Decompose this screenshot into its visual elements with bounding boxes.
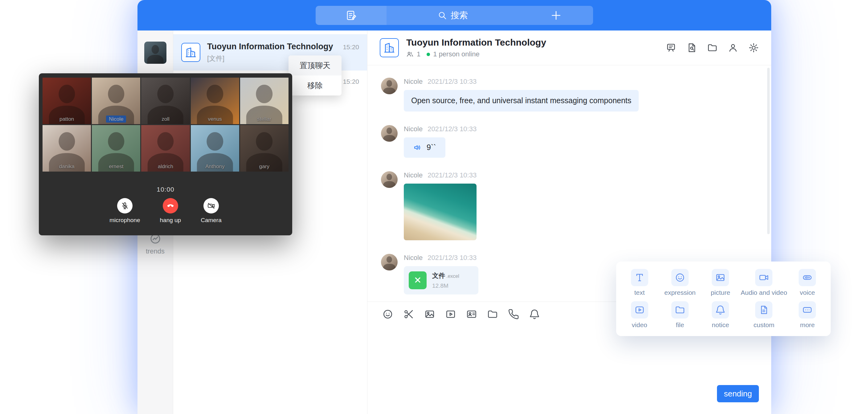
notice-bell-icon	[715, 305, 725, 315]
menu-item-pin-chat[interactable]: 置顶聊天	[288, 56, 342, 75]
feature-notice[interactable]: notice	[700, 299, 741, 331]
screenshot-icon[interactable]	[403, 309, 414, 320]
participant-name: zoll	[161, 116, 169, 122]
notification-icon[interactable]	[529, 309, 540, 320]
feature-label: notice	[712, 321, 729, 329]
search-input[interactable]: 搜索	[386, 6, 519, 25]
mic-off-icon	[121, 202, 129, 210]
participant-name: aldrich	[158, 164, 173, 169]
message-time: 2021/12/3 10:33	[428, 254, 476, 262]
participant-video: patton	[42, 77, 91, 124]
emoji-icon[interactable]	[382, 309, 393, 320]
card-icon[interactable]	[466, 309, 477, 320]
participant-video: aldrich	[141, 125, 190, 171]
trends-label: trends	[146, 247, 164, 255]
sender-name: Nicole	[404, 171, 423, 179]
voice-message-bubble[interactable]: 9``	[404, 137, 445, 158]
message-input[interactable]	[367, 325, 771, 414]
message-text: Nicole 2021/12/3 10:33 Open source, free…	[381, 77, 771, 112]
scrollbar[interactable]	[767, 68, 770, 234]
sender-avatar[interactable]	[381, 171, 398, 188]
add-button[interactable]	[519, 6, 593, 25]
message-time: 2021/12/3 10:33	[428, 171, 476, 179]
search-icon	[438, 11, 447, 20]
more-dots-icon	[802, 305, 812, 315]
doc-search-icon[interactable]	[686, 42, 697, 53]
feature-label: more	[800, 321, 815, 329]
context-menu: 置顶聊天 移除	[288, 56, 342, 95]
chat-title: Tuoyun Information Technology	[406, 37, 546, 48]
file-size: 12.8M	[432, 283, 459, 289]
plus-icon	[550, 9, 562, 21]
feature-file[interactable]: file	[660, 299, 700, 331]
desktop: 搜索 trends	[0, 0, 868, 414]
video-play-icon	[634, 305, 645, 315]
picture-icon	[715, 272, 725, 283]
announcement-icon[interactable]	[666, 42, 676, 53]
feature-expression[interactable]: expression	[660, 266, 700, 299]
user-avatar[interactable]	[144, 41, 166, 64]
members-icon	[406, 51, 414, 58]
beach-photo-message[interactable]	[404, 184, 476, 240]
file-message-card[interactable]: ✕ 文件.excel 12.8M	[404, 266, 478, 294]
member-icon[interactable]	[728, 42, 738, 53]
camera-off-icon	[207, 202, 215, 210]
sender-avatar[interactable]	[381, 125, 398, 142]
participant-name: patton	[60, 116, 74, 122]
participant-name: Nicole	[106, 116, 126, 123]
participant-video: zoll	[141, 77, 190, 124]
camera-toggle-button[interactable]	[204, 198, 219, 214]
menu-item-remove[interactable]: 移除	[288, 75, 342, 95]
call-icon[interactable]	[508, 309, 519, 320]
video-icon[interactable]	[445, 309, 456, 320]
feature-custom[interactable]: custom	[741, 299, 787, 331]
chat-header-actions	[666, 42, 759, 53]
sender-avatar[interactable]	[381, 77, 398, 94]
create-note-button[interactable]	[316, 6, 386, 25]
sidebar-item-trends[interactable]: trends	[137, 232, 173, 255]
chat-subtitle: 1 1 person online	[406, 50, 546, 58]
feature-voice[interactable]: voice	[787, 266, 828, 299]
hang-up-icon	[166, 202, 175, 210]
settings-icon[interactable]	[748, 42, 759, 53]
sender-name: Nicole	[404, 77, 423, 86]
feature-label: picture	[711, 289, 730, 296]
conversation-title: Tuoyun Information Technology	[207, 42, 333, 52]
excel-x-glyph: ✕	[414, 275, 421, 286]
send-button[interactable]: sending	[717, 385, 759, 402]
feature-text[interactable]: text	[619, 266, 660, 299]
message-time: 2021/12/3 10:33	[428, 77, 476, 86]
message-image: Nicole 2021/12/3 10:33	[381, 171, 771, 240]
participant-name: gary	[259, 164, 270, 169]
participant-name: venus	[208, 116, 222, 122]
feature-video[interactable]: video	[619, 299, 660, 331]
excel-file-icon: ✕	[409, 272, 427, 289]
folder-icon[interactable]	[707, 42, 718, 53]
text-icon	[634, 272, 645, 283]
building-icon	[383, 42, 395, 54]
custom-doc-icon	[758, 305, 769, 315]
audio-video-icon	[758, 272, 769, 283]
image-icon[interactable]	[424, 309, 435, 320]
microphone-toggle-button[interactable]	[117, 198, 132, 214]
file-ext: .excel	[446, 274, 459, 279]
file-icon[interactable]	[487, 309, 498, 320]
feature-label: text	[634, 289, 645, 296]
file-folder-icon	[675, 305, 685, 315]
org-avatar	[181, 43, 200, 62]
feature-picture[interactable]: picture	[700, 266, 741, 299]
chat-header: Tuoyun Information Technology 1 1 person…	[367, 31, 771, 65]
member-count: 1	[417, 50, 421, 58]
participant-name: stellar	[257, 116, 271, 122]
expression-icon	[675, 272, 685, 283]
topbar: 搜索	[137, 0, 771, 31]
conversation-time: 15:20	[343, 43, 359, 51]
feature-audio-video[interactable]: Audio and video	[741, 266, 787, 299]
sender-avatar[interactable]	[381, 254, 398, 270]
building-icon	[185, 46, 197, 58]
feature-more[interactable]: more	[787, 299, 828, 331]
note-edit-icon	[345, 10, 356, 21]
control-label: microphone	[110, 217, 140, 224]
hang-up-button[interactable]	[163, 198, 178, 214]
participant-video: danika	[42, 125, 91, 171]
